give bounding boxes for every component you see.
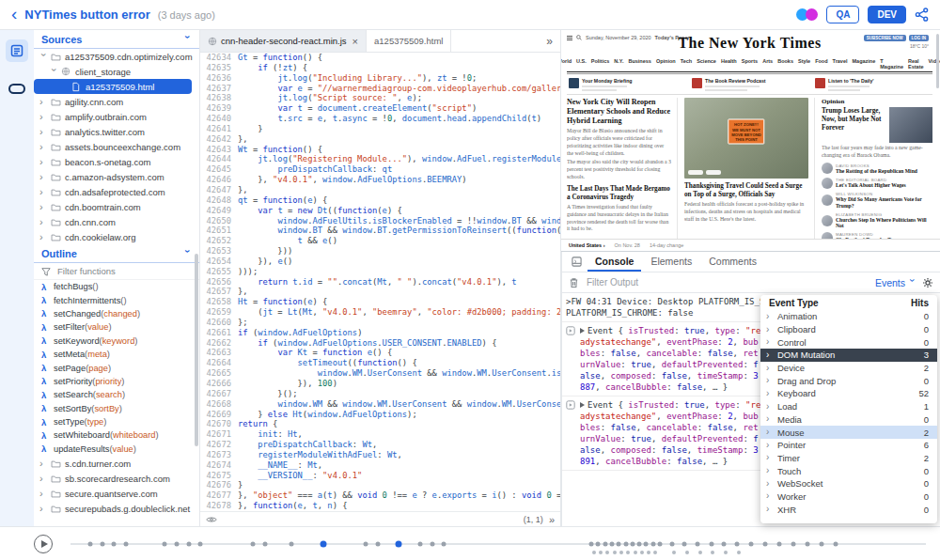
line-number[interactable]: 42656 (200, 277, 238, 288)
source-tree-item[interactable]: ›agility.cnn.com (34, 94, 199, 109)
code-line[interactable]: 42676} (200, 480, 560, 490)
dev-button[interactable]: DEV (868, 6, 906, 23)
outline-function-item[interactable]: λsetType(type) (34, 415, 199, 428)
code-line[interactable]: 42677}, "object" === a(t) && void 0 !== … (200, 490, 560, 501)
events-dropdown-button[interactable]: Events › (875, 277, 916, 288)
tab-console[interactable]: Console (588, 252, 641, 272)
line-number[interactable]: 42641 (200, 124, 238, 134)
event-type-row[interactable]: ›Drag and Drop0 (760, 374, 937, 387)
timeline-marker[interactable] (603, 542, 607, 547)
timeline-marker[interactable] (653, 551, 657, 554)
timeline-marker[interactable] (395, 541, 401, 548)
timeline-marker[interactable] (198, 542, 203, 547)
timeline-marker[interactable] (363, 542, 368, 547)
console-output[interactable]: >FW 04:31 Device: Desktop PLATFORM_IS_SA… (562, 293, 767, 526)
timeline-marker[interactable] (441, 542, 446, 547)
event-type-row[interactable]: ›XHR0 (760, 503, 937, 516)
line-number[interactable]: 42647 (200, 185, 238, 195)
line-number[interactable]: 42659 (200, 307, 238, 318)
outline-function-item[interactable]: λsetKeyword(keyword) (34, 334, 199, 348)
code-line[interactable]: 42639 var t = document.createElement("sc… (200, 103, 560, 114)
line-number[interactable]: 42642 (200, 134, 238, 145)
event-type-row[interactable]: ›Device2 (760, 362, 937, 375)
outline-function-item[interactable]: λfetchBugs() (34, 280, 199, 293)
timeline-marker[interactable] (163, 542, 167, 547)
timeline-marker[interactable] (289, 542, 293, 547)
event-type-row[interactable]: ›Control0 (760, 335, 937, 349)
event-type-row[interactable]: ›Keyboard52 (760, 387, 937, 400)
timeline-marker[interactable] (174, 542, 179, 547)
line-number[interactable]: 42638 (200, 93, 238, 103)
timeline-marker[interactable] (669, 542, 674, 547)
code-line[interactable]: 42661if (window.AdFuelOptions) (200, 328, 560, 338)
code-line[interactable]: 42672 preDispatchCallback: Wt, (200, 440, 560, 450)
event-type-row[interactable]: ›Worker0 (760, 490, 937, 504)
code-line[interactable]: 42663 var Kt = function e() { (200, 348, 560, 358)
outline-header[interactable]: Outline › (34, 244, 199, 263)
timeline-marker[interactable] (777, 542, 782, 547)
browser-preview[interactable]: Sunday, November 29, 2020 Today's Paper … (561, 30, 940, 252)
source-tree-item[interactable]: ›s.cdn.turner.com (34, 456, 199, 471)
line-number[interactable]: 42664 (200, 358, 238, 368)
timeline-marker[interactable] (657, 542, 662, 547)
close-tab-icon[interactable]: × (352, 36, 358, 47)
preview-scrollbar[interactable] (936, 34, 939, 88)
timeline-marker[interactable] (791, 542, 795, 547)
timeline-marker[interactable] (647, 551, 650, 554)
code-line[interactable]: 42675 __VERSION__: "v4.0.1" (200, 471, 560, 481)
timeline-marker[interactable] (321, 541, 327, 548)
line-number[interactable]: 42646 (200, 175, 238, 185)
source-tree-item[interactable]: ›amplify.outbrain.com (34, 109, 199, 124)
code-line[interactable]: 42653 })) (200, 246, 560, 257)
line-number[interactable]: 42672 (200, 440, 238, 450)
console-entry[interactable]: Event { isTrusted: true, type: "readysta… (562, 397, 767, 471)
source-tree-item[interactable]: ›cdn.cookielaw.org (34, 229, 199, 244)
line-number[interactable]: 42665 (200, 368, 238, 379)
timeline-marker[interactable] (418, 542, 423, 547)
timeline-marker[interactable] (610, 542, 615, 547)
console-entry[interactable]: Event { isTrusted: true, type: "readysta… (562, 322, 767, 397)
code-line[interactable]: 42667 }(); (200, 389, 560, 399)
event-type-row[interactable]: ›Media0 (760, 413, 937, 427)
event-type-row[interactable]: ›WebSocket0 (760, 477, 937, 490)
line-number[interactable]: 42662 (200, 338, 238, 349)
line-number[interactable]: 42660 (200, 318, 238, 328)
line-number[interactable]: 42645 (200, 164, 238, 175)
event-type-row[interactable]: ›Pointer6 (760, 439, 937, 452)
trash-icon[interactable] (569, 277, 579, 288)
code-line[interactable]: 42678}, function(e, t, n) { (200, 501, 560, 511)
code-line[interactable]: 42642}, (200, 134, 560, 145)
source-tree-item[interactable]: ›cdn.boomtrain.com (34, 199, 199, 214)
outline-function-item[interactable]: λupdateResults(value) (34, 443, 199, 456)
timeline-marker[interactable] (698, 551, 702, 554)
timeline-marker[interactable] (124, 542, 129, 547)
source-tree-item[interactable]: ›c.amazon-adsystem.com (34, 169, 199, 184)
line-number[interactable]: 42677 (200, 490, 238, 501)
line-number[interactable]: 42637 (200, 84, 238, 94)
timeline-marker[interactable] (637, 542, 642, 547)
timeline-marker[interactable] (623, 542, 628, 547)
line-number[interactable]: 42648 (200, 195, 238, 206)
timeline-marker[interactable] (722, 542, 727, 547)
filter-functions-input[interactable] (55, 265, 178, 277)
mode-toggle[interactable] (796, 8, 818, 21)
line-number[interactable]: 42652 (200, 236, 238, 246)
line-number[interactable]: 42653 (200, 246, 238, 257)
timeline-marker[interactable] (613, 551, 617, 554)
timeline-marker[interactable] (685, 551, 689, 554)
code-line[interactable]: 42640 t.src = e, t.async = !0, document.… (200, 114, 560, 124)
timeline-marker[interactable] (375, 542, 380, 547)
timeline-marker[interactable] (833, 542, 838, 547)
editor-tab[interactable]: a125375509.html (367, 30, 451, 52)
code-line[interactable]: 42646 }, "v4.0.1", window.AdFuelOptions.… (200, 175, 560, 185)
timeline-marker[interactable] (672, 551, 676, 554)
source-tree-item[interactable]: ›client_storage (34, 64, 199, 79)
line-number[interactable]: 42640 (200, 114, 238, 124)
code-line[interactable]: 42651 window.BT && window.BT.getPermissi… (200, 226, 560, 236)
event-type-row[interactable]: ›Touch0 (760, 464, 937, 477)
code-line[interactable]: 42666 }), 100) (200, 379, 560, 389)
tab-elements[interactable]: Elements (643, 252, 699, 272)
code-line[interactable]: 42648qt = function(e) { (200, 195, 560, 206)
code-line[interactable]: 42659 (jt = Lt(Mt, "v4.0.1", "beemray", … (200, 307, 560, 318)
line-number[interactable]: 42667 (200, 389, 238, 399)
